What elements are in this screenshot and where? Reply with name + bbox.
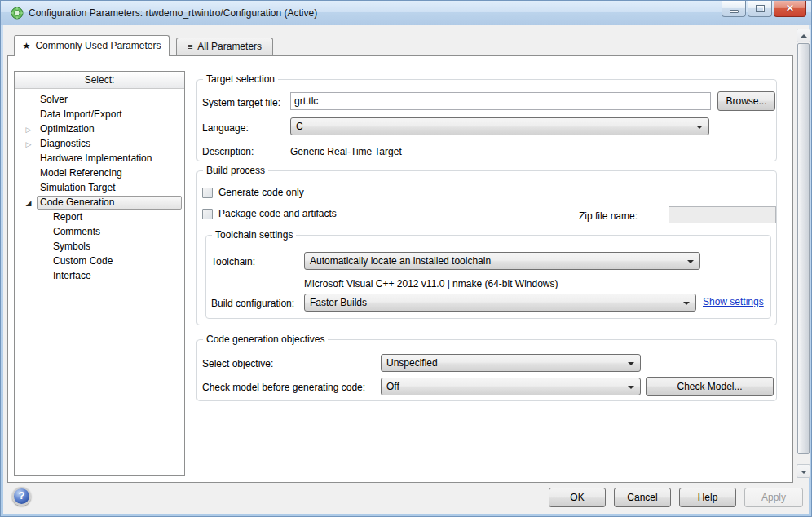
help-button[interactable]: Help xyxy=(679,488,736,507)
build-configuration-label: Build configuration: xyxy=(211,298,294,310)
tree-item-solver[interactable]: Solver xyxy=(15,92,184,107)
tree-item-label: Symbols xyxy=(53,241,90,252)
chevron-down-icon xyxy=(628,386,634,389)
check-model-select[interactable]: Off xyxy=(381,378,641,395)
tree-header: Select: xyxy=(15,72,184,89)
tree-item-symbols[interactable]: Symbols xyxy=(15,239,184,254)
titlebar[interactable]: Configuration Parameters: rtwdemo_rtwint… xyxy=(1,1,811,25)
chevron-down-icon xyxy=(687,260,694,263)
tab-label: Commonly Used Parameters xyxy=(35,40,161,51)
zip-file-name-input xyxy=(669,206,776,223)
check-model-button[interactable]: Check Model... xyxy=(646,377,774,396)
collapsed-arrow-icon[interactable] xyxy=(24,123,33,135)
tree-item-label: Simulation Target xyxy=(40,182,116,193)
generate-code-only-label: Generate code only xyxy=(218,187,304,198)
zip-file-name-label: Zip file name: xyxy=(579,210,638,223)
tree-item-optimization[interactable]: Optimization xyxy=(15,122,184,136)
minimize-button[interactable] xyxy=(722,1,746,17)
configuration-parameters-window: Configuration Parameters: rtwdemo_rtwint… xyxy=(0,0,812,517)
description-label: Description: xyxy=(202,146,254,158)
show-settings-link[interactable]: Show settings xyxy=(703,296,764,307)
tree-item-label: Diagnostics xyxy=(40,138,90,149)
group-legend: Toolchain settings xyxy=(212,229,296,241)
tab-label: All Parameters xyxy=(197,41,262,52)
chevron-down-icon xyxy=(696,126,703,129)
tree-list: SolverData Import/ExportOptimizationDiag… xyxy=(15,89,184,283)
check-model-value: Off xyxy=(386,381,399,392)
tree-item-data-import-export[interactable]: Data Import/Export xyxy=(15,107,184,122)
tree-item-label: Data Import/Export xyxy=(40,108,122,120)
toolchain-info-text: Microsoft Visual C++ 2012 v11.0 | nmake … xyxy=(304,278,558,290)
codegen-objectives-group: Code generation objectives Select object… xyxy=(196,339,777,401)
build-configuration-value: Faster Builds xyxy=(310,297,367,308)
list-icon: ≡ xyxy=(188,42,192,51)
language-label: Language: xyxy=(202,122,249,135)
system-target-file-label: System target file: xyxy=(202,97,280,109)
expanded-arrow-icon[interactable] xyxy=(24,197,33,208)
tree-item-label: Code Generation xyxy=(37,196,182,210)
tree-item-report[interactable]: Report xyxy=(15,210,184,224)
tree-item-label: Optimization xyxy=(40,123,95,135)
collapsed-arrow-icon[interactable] xyxy=(24,138,33,149)
help-orb-icon[interactable]: ? xyxy=(12,487,31,506)
question-mark: ? xyxy=(14,489,29,502)
scroll-up-arrow[interactable] xyxy=(797,29,810,42)
tab-commonly-used-parameters[interactable]: ★Commonly Used Parameters xyxy=(14,35,170,56)
select-objective-value: Unspecified xyxy=(386,357,438,369)
toolchain-settings-group: Toolchain settings Toolchain: Automatica… xyxy=(205,235,771,319)
scroll-down-arrow[interactable] xyxy=(797,464,810,478)
tab-all-parameters[interactable]: ≡All Parameters xyxy=(176,38,273,55)
close-icon: ✕ xyxy=(774,2,805,14)
vertical-scrollbar[interactable] xyxy=(797,29,810,478)
check-model-label: Check model before generating code: xyxy=(202,382,365,394)
package-code-checkbox[interactable] xyxy=(202,209,213,219)
star-icon: ★ xyxy=(23,41,31,51)
target-selection-group: Target selection System target file: Bro… xyxy=(196,79,777,161)
apply-button: Apply xyxy=(744,488,803,507)
browse-button[interactable]: Browse... xyxy=(717,91,775,111)
build-process-group: Build process Generate code only Package… xyxy=(196,170,777,325)
select-objective-select[interactable]: Unspecified xyxy=(381,354,641,372)
group-legend: Target selection xyxy=(203,73,278,86)
group-legend: Build process xyxy=(203,165,268,177)
tree-item-interface[interactable]: Interface xyxy=(15,268,184,283)
package-code-row: Package code and artifacts xyxy=(202,208,337,219)
toolchain-select[interactable]: Automatically locate an installed toolch… xyxy=(304,252,700,270)
scrollbar-thumb[interactable] xyxy=(797,43,810,454)
tree-item-code-generation[interactable]: Code Generation xyxy=(15,195,184,210)
close-button[interactable]: ✕ xyxy=(774,1,806,17)
configset-gear-icon xyxy=(11,7,24,20)
category-tree: Select: SolverData Import/ExportOptimiza… xyxy=(14,71,185,476)
cancel-button[interactable]: Cancel xyxy=(614,488,671,507)
maximize-icon xyxy=(756,5,765,12)
group-legend: Code generation objectives xyxy=(203,334,328,346)
minimize-icon xyxy=(730,10,739,13)
tree-item-label: Interface xyxy=(53,270,91,281)
language-value: C xyxy=(296,121,303,132)
system-target-file-input[interactable] xyxy=(290,92,711,110)
toolchain-label: Toolchain: xyxy=(211,256,255,268)
tree-item-simulation-target[interactable]: Simulation Target xyxy=(15,180,184,195)
tree-item-label: Custom Code xyxy=(53,255,113,267)
language-select[interactable]: C xyxy=(290,117,709,135)
package-code-label: Package code and artifacts xyxy=(218,208,337,219)
tree-item-label: Hardware Implementation xyxy=(40,152,152,164)
build-configuration-select[interactable]: Faster Builds xyxy=(304,294,696,312)
tree-item-comments[interactable]: Comments xyxy=(15,224,184,239)
tree-item-model-referencing[interactable]: Model Referencing xyxy=(15,166,184,180)
select-objective-label: Select objective: xyxy=(202,358,273,370)
ok-button[interactable]: OK xyxy=(549,488,606,507)
tree-item-label: Report xyxy=(53,211,82,223)
tree-item-label: Solver xyxy=(40,94,68,105)
generate-code-only-row: Generate code only xyxy=(202,187,304,198)
toolchain-value: Automatically locate an installed toolch… xyxy=(310,255,491,267)
chevron-down-icon xyxy=(683,302,690,305)
tree-item-hardware-implementation[interactable]: Hardware Implementation xyxy=(15,151,184,166)
tree-item-label: Model Referencing xyxy=(40,167,122,179)
dialog-client-area: ★Commonly Used Parameters ≡All Parameter… xyxy=(3,25,809,514)
window-title: Configuration Parameters: rtwdemo_rtwint… xyxy=(29,1,317,25)
generate-code-only-checkbox[interactable] xyxy=(202,188,213,198)
maximize-button[interactable] xyxy=(748,1,772,17)
tree-item-custom-code[interactable]: Custom Code xyxy=(15,254,184,268)
tree-item-diagnostics[interactable]: Diagnostics xyxy=(15,136,184,151)
